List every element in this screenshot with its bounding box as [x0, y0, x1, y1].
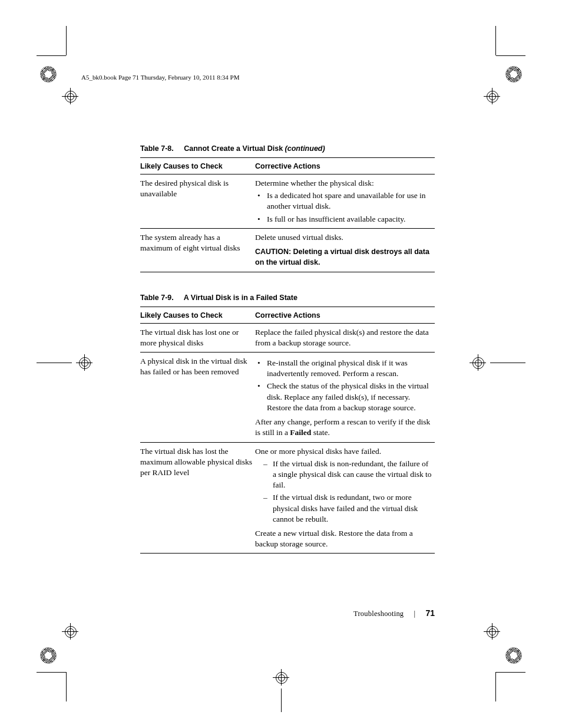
registration-knurl-icon [40, 66, 57, 83]
crop-mark [66, 26, 67, 55]
crop-mark [495, 672, 496, 701]
table-number: Table 7-9. [140, 294, 174, 302]
table-7-8: Likely Causes to Check Corrective Action… [140, 157, 435, 272]
action-lead: One or more physical disks have failed. [255, 446, 432, 457]
after-text: After any change, perform a rescan to ve… [255, 417, 432, 438]
page-footer: Troubleshooting | 71 [353, 608, 435, 618]
registration-mark-icon [78, 356, 91, 369]
registration-mark-icon [485, 90, 498, 103]
cell-action: Delete unused virtual disks. CAUTION: De… [255, 228, 435, 272]
registration-mark-icon [64, 90, 77, 103]
footer-page-number: 71 [425, 608, 435, 618]
dash-item: –If the virtual disk is redundant, two o… [255, 492, 432, 525]
cell-cause: The virtual disk has lost the maximum al… [140, 442, 255, 554]
action-lead: Delete unused virtual disks. [255, 232, 432, 243]
crop-mark [66, 672, 67, 701]
bullet-item: •Re-install the original physical disk i… [255, 358, 432, 379]
table-continued: (continued) [285, 144, 325, 153]
caution-line: CAUTION: Deleting a virtual disk destroy… [255, 246, 432, 268]
registration-knurl-icon [505, 66, 522, 83]
crop-mark [496, 55, 525, 56]
table-row: The virtual disk has lost the maximum al… [140, 442, 435, 554]
cell-cause: The desired physical disk is unavailable [140, 174, 255, 229]
footer-section: Troubleshooting [353, 610, 404, 618]
table-row: The virtual disk has lost one or more ph… [140, 323, 435, 352]
registration-mark-icon [485, 625, 498, 638]
registration-mark-icon [275, 671, 287, 684]
running-header: A5_bk0.book Page 71 Thursday, February 1… [81, 74, 239, 81]
bullet-item: •Check the status of the physical disks … [255, 381, 432, 413]
table-title: Cannot Create a Virtual Disk [184, 144, 283, 153]
cell-action: Replace the failed physical disk(s) and … [255, 323, 435, 352]
footer-separator: | [414, 609, 416, 618]
cell-action: One or more physical disks have failed. … [255, 442, 435, 554]
cell-action: Determine whether the physical disk: •Is… [255, 174, 435, 229]
table-7-8-caption: Table 7-8. Cannot Create a Virtual Disk … [140, 144, 435, 153]
col-header-actions: Corrective Actions [255, 307, 435, 323]
dash-item: –If the virtual disk is non-redundant, t… [255, 459, 432, 491]
table-row: The system already has a maximum of eigh… [140, 228, 435, 272]
table-number: Table 7-8. [140, 144, 174, 153]
table-7-9: Likely Causes to Check Corrective Action… [140, 307, 435, 554]
registration-mark-icon [471, 356, 484, 369]
table-7-9-caption: Table 7-9. A Virtual Disk is in a Failed… [140, 294, 435, 302]
caution-label: CAUTION: [255, 248, 293, 256]
table-title: A Virtual Disk is in a Failed State [184, 294, 297, 302]
cell-cause: A physical disk in the virtual disk has … [140, 352, 255, 442]
crop-mark [281, 689, 282, 712]
crop-mark [37, 363, 72, 363]
registration-mark-icon [64, 625, 77, 638]
crop-mark [37, 672, 66, 673]
crop-mark [490, 363, 525, 363]
page-content: Table 7-8. Cannot Create a Virtual Disk … [140, 144, 435, 554]
action-lead: Determine whether the physical disk: [255, 178, 432, 189]
bullet-item: •Is a dedicated hot spare and unavailabl… [255, 190, 432, 212]
crop-mark [495, 26, 496, 55]
registration-knurl-icon [40, 647, 57, 664]
table-row: The desired physical disk is unavailable… [140, 174, 435, 229]
col-header-causes: Likely Causes to Check [140, 158, 255, 174]
col-header-causes: Likely Causes to Check [140, 307, 255, 323]
cell-action: •Re-install the original physical disk i… [255, 352, 435, 442]
registration-knurl-icon [505, 647, 522, 664]
table-row: A physical disk in the virtual disk has … [140, 352, 435, 442]
crop-mark [37, 55, 66, 56]
cell-cause: The system already has a maximum of eigh… [140, 228, 255, 272]
after-text: Create a new virtual disk. Restore the d… [255, 528, 432, 549]
cell-cause: The virtual disk has lost one or more ph… [140, 323, 255, 352]
crop-mark [496, 672, 525, 673]
col-header-actions: Corrective Actions [255, 158, 435, 174]
bullet-item: •Is full or has insufficient available c… [255, 214, 432, 225]
